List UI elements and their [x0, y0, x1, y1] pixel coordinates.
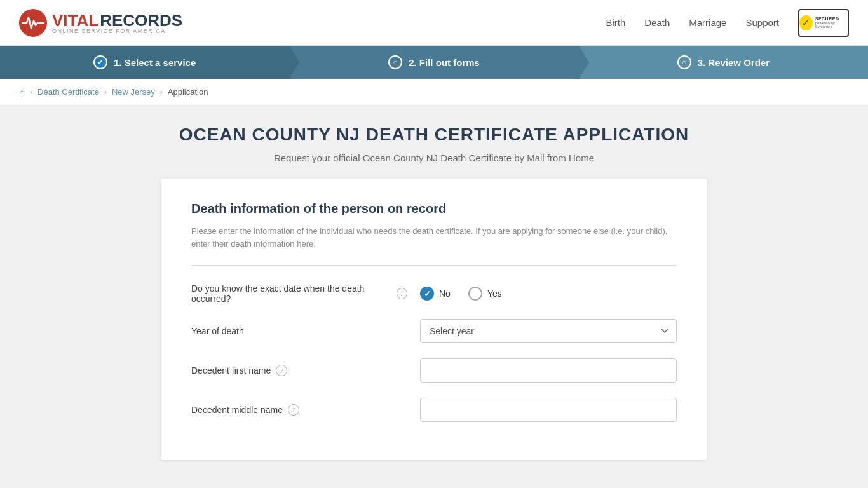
- year-of-death-field: Select year 2024 2023 2022 2021 2020 201…: [420, 319, 677, 343]
- form-section-desc: Please enter the information of the indi…: [191, 225, 677, 250]
- first-name-field: [420, 358, 677, 383]
- breadcrumb-home[interactable]: ⌂: [19, 86, 25, 97]
- norton-check-icon: ✓: [799, 15, 813, 30]
- first-name-label: Decedent first name ?: [191, 365, 407, 376]
- first-name-row: Decedent first name ?: [191, 358, 677, 383]
- first-name-help-icon[interactable]: ?: [276, 365, 287, 376]
- breadcrumb-current: Application: [168, 87, 208, 97]
- logo-text-block: VITAL RECORDS ONLINE SERVICE FOR AMERICA: [52, 11, 182, 34]
- page-title: OCEAN COUNTY NJ DEATH CERTIFICATE APPLIC…: [161, 125, 707, 145]
- progress-step-1: ✓ 1. Select a service: [0, 46, 289, 79]
- nav-support[interactable]: Support: [745, 17, 779, 28]
- breadcrumb-sep-3: ›: [160, 88, 163, 97]
- nav-marriage[interactable]: Marriage: [689, 17, 726, 28]
- exact-date-help-icon[interactable]: ?: [397, 288, 407, 299]
- progress-bar: ✓ 1. Select a service ○ 2. Fill out form…: [0, 46, 868, 79]
- no-option[interactable]: No: [420, 287, 451, 301]
- step1-label: 1. Select a service: [114, 57, 196, 68]
- step2-label: 2. Fill out forms: [409, 57, 480, 68]
- middle-name-help-icon[interactable]: ?: [288, 404, 299, 416]
- year-select[interactable]: Select year 2024 2023 2022 2021 2020 201…: [420, 319, 677, 343]
- logo: VITAL RECORDS ONLINE SERVICE FOR AMERICA: [19, 9, 182, 37]
- middle-name-input[interactable]: [420, 398, 677, 422]
- year-of-death-row: Year of death Select year 2024 2023 2022…: [191, 319, 677, 343]
- breadcrumb: ⌂ › Death Certificate › New Jersey › App…: [0, 79, 868, 105]
- first-name-input[interactable]: [420, 358, 677, 383]
- progress-step-2: ○ 2. Fill out forms: [289, 46, 578, 79]
- progress-step-3: ○ 3. Review Order: [579, 46, 868, 79]
- exact-date-row: Do you know the exact date when the deat…: [191, 283, 677, 304]
- main-nav: Birth Death Marriage Support ✓ SECURED p…: [606, 9, 849, 37]
- yes-label: Yes: [487, 288, 502, 299]
- breadcrumb-sep-2: ›: [104, 88, 107, 97]
- nav-death[interactable]: Death: [644, 17, 670, 28]
- middle-name-label: Decedent middle name ?: [191, 404, 407, 416]
- main-content: OCEAN COUNTY NJ DEATH CERTIFICATE APPLIC…: [148, 125, 720, 460]
- nav-birth[interactable]: Birth: [606, 17, 625, 28]
- site-header: VITAL RECORDS ONLINE SERVICE FOR AMERICA…: [0, 0, 868, 46]
- no-radio[interactable]: [420, 287, 434, 301]
- form-divider: [191, 265, 677, 266]
- yes-radio[interactable]: [468, 287, 482, 301]
- yes-option[interactable]: Yes: [468, 287, 502, 301]
- step1-icon: ✓: [93, 55, 107, 69]
- step3-label: 3. Review Order: [698, 57, 770, 68]
- no-label: No: [439, 288, 451, 299]
- form-section-title: Death information of the person on recor…: [191, 201, 677, 216]
- page-subtitle: Request your official Ocean County NJ De…: [161, 152, 707, 163]
- norton-powered-by: powered by Symantec: [815, 21, 848, 29]
- logo-tagline: ONLINE SERVICE FOR AMERICA: [52, 28, 182, 34]
- middle-name-field: [420, 398, 677, 422]
- home-icon: ⌂: [19, 86, 25, 97]
- norton-secured-label: SECURED: [815, 17, 848, 21]
- logo-heartbeat-icon: [19, 9, 47, 37]
- norton-badge: ✓ SECURED powered by Symantec: [798, 9, 849, 37]
- exact-date-field: No Yes: [420, 287, 677, 301]
- breadcrumb-death-cert[interactable]: Death Certificate: [37, 87, 99, 97]
- step3-icon: ○: [677, 55, 691, 69]
- breadcrumb-sep-1: ›: [30, 88, 32, 97]
- year-of-death-label: Year of death: [191, 326, 407, 336]
- form-card: Death information of the person on recor…: [161, 179, 707, 460]
- middle-name-row: Decedent middle name ?: [191, 398, 677, 422]
- step2-icon: ○: [388, 55, 402, 69]
- exact-date-label: Do you know the exact date when the deat…: [191, 283, 407, 304]
- breadcrumb-state[interactable]: New Jersey: [112, 87, 155, 97]
